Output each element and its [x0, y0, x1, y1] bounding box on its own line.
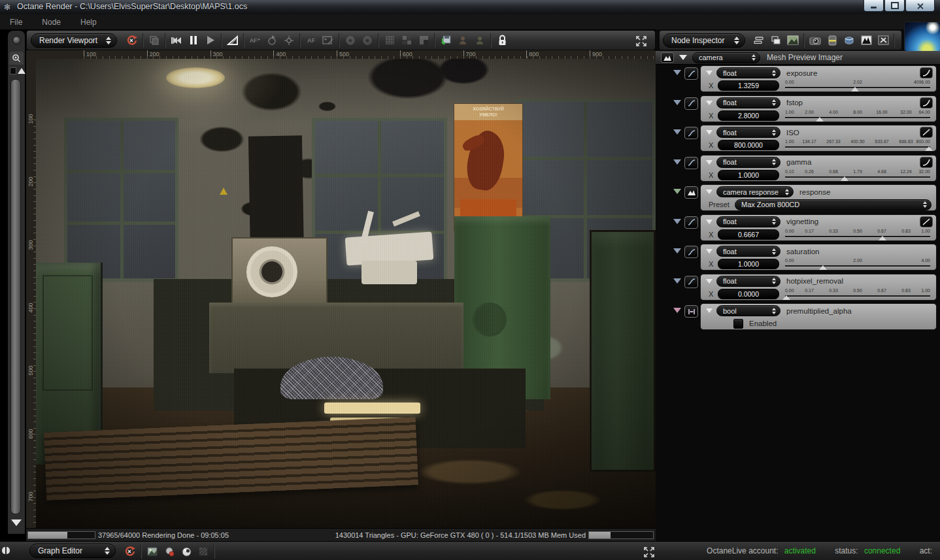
preview-mode-icons[interactable]: [10, 67, 25, 74]
focus-picker-icon[interactable]: [280, 33, 297, 48]
param-slider[interactable]: 0.100.260.681.794.6812.2432.00: [785, 169, 930, 181]
graph-editor-selector[interactable]: Graph Editor: [29, 544, 116, 558]
slider-handle[interactable]: [851, 87, 859, 91]
interpolation-curve-button[interactable]: [920, 216, 933, 227]
subsample-fine-icon[interactable]: [381, 33, 398, 48]
menu-file[interactable]: File: [0, 14, 32, 29]
camera-icon[interactable]: [807, 33, 824, 48]
node-pin-icon[interactable]: [673, 159, 681, 165]
param-type-dropdown[interactable]: float: [716, 97, 781, 108]
node-pin-icon[interactable]: [673, 189, 681, 194]
param-slider[interactable]: 0.002.004.00: [785, 258, 930, 270]
float-node-icon[interactable]: [684, 157, 698, 169]
rail-radio-button[interactable]: [12, 36, 21, 44]
collapse-arrow-icon[interactable]: [679, 55, 687, 60]
menu-help[interactable]: Help: [71, 14, 107, 29]
bool-node-icon[interactable]: [684, 305, 698, 318]
collapse-arrow-icon[interactable]: [706, 71, 713, 75]
interpolation-curve-button[interactable]: [920, 97, 933, 108]
vertical-scrollbar[interactable]: [10, 79, 21, 514]
value-field[interactable]: 1.0000: [718, 259, 779, 269]
param-slider[interactable]: 0.000.170.330.500.670.831.00: [785, 288, 930, 300]
slider-handle[interactable]: [819, 265, 827, 270]
rewind-icon[interactable]: [168, 33, 185, 48]
float-node-icon[interactable]: [684, 216, 698, 229]
node-pin-icon[interactable]: [673, 308, 681, 313]
node-pin-icon[interactable]: [673, 219, 681, 224]
response-node-icon[interactable]: [684, 186, 698, 199]
collapse-arrow-icon[interactable]: [706, 160, 713, 165]
exposure-icon[interactable]: [824, 33, 841, 48]
node-pin-icon[interactable]: [673, 129, 681, 135]
save-image-icon[interactable]: [144, 544, 161, 559]
viewport-selector[interactable]: Render Viewport: [31, 33, 117, 48]
restart-render-icon[interactable]: [122, 544, 139, 559]
compare-a-icon[interactable]: [454, 33, 471, 48]
slider-handle[interactable]: [816, 117, 824, 122]
float-node-icon[interactable]: [684, 67, 698, 80]
param-slider[interactable]: 1.002.004.008.0016.0032.0064.00: [785, 110, 930, 122]
float-node-icon[interactable]: [684, 276, 698, 288]
expand-hierarchy-icon[interactable]: [767, 33, 784, 48]
collapse-arrow-icon[interactable]: [706, 189, 713, 194]
value-field[interactable]: 1.0000: [718, 170, 779, 180]
autofocus-add-icon[interactable]: AF⁺: [246, 33, 263, 48]
title-bar[interactable]: ✻ Octane Render - C:\Users\ElvisSuperSta…: [0, 0, 940, 15]
slider-handle[interactable]: [782, 295, 790, 300]
slider-handle[interactable]: [925, 146, 933, 151]
slider-handle[interactable]: [879, 236, 886, 240]
preview-image-icon[interactable]: [784, 33, 801, 48]
subsample-half-icon[interactable]: [415, 33, 432, 48]
play-icon[interactable]: [202, 33, 219, 48]
restore-button[interactable]: [884, 0, 905, 12]
expand-viewport-icon[interactable]: [633, 33, 650, 49]
material-picker-icon[interactable]: [161, 544, 178, 559]
collapse-arrow-icon[interactable]: [706, 308, 713, 313]
texture-preview-icon[interactable]: [195, 544, 212, 559]
param-slider[interactable]: 0.000.170.330.500.670.831.00: [785, 229, 930, 240]
close-button[interactable]: [905, 0, 935, 12]
preset-dropdown[interactable]: Max Zoom 800CD: [735, 199, 932, 210]
float-node-icon[interactable]: [684, 127, 698, 139]
zoom-tool-icon[interactable]: [9, 52, 24, 65]
value-field[interactable]: 800.0000: [718, 140, 779, 150]
menu-node[interactable]: Node: [32, 14, 71, 29]
param-type-dropdown[interactable]: float: [716, 216, 781, 227]
param-type-dropdown[interactable]: float: [716, 127, 781, 138]
film-settings-icon[interactable]: [841, 33, 858, 48]
render-settings-icon[interactable]: [875, 33, 892, 48]
pause-icon[interactable]: [185, 33, 202, 48]
param-type-dropdown[interactable]: float: [716, 246, 781, 257]
render-disc-a-icon[interactable]: [342, 33, 359, 48]
collapse-arrow-icon[interactable]: [706, 220, 713, 224]
lock-image-icon[interactable]: [494, 33, 511, 48]
interpolation-curve-button[interactable]: [920, 157, 933, 168]
node-pin-icon[interactable]: [673, 278, 681, 284]
preview-sphere-icon[interactable]: [178, 544, 195, 559]
enabled-checkbox[interactable]: [733, 319, 743, 329]
param-type-dropdown[interactable]: float: [716, 67, 781, 78]
refocus-icon[interactable]: [263, 33, 280, 48]
expand-graph-icon[interactable]: [641, 544, 658, 560]
autofocus-icon[interactable]: AF: [303, 33, 320, 48]
film-gamma-icon[interactable]: [224, 33, 241, 48]
imager-node-icon[interactable]: [661, 52, 674, 63]
collapse-arrow-icon[interactable]: [706, 249, 713, 254]
save-render-icon[interactable]: [437, 33, 454, 48]
node-pin-icon[interactable]: [673, 248, 681, 254]
float-node-icon[interactable]: [684, 246, 698, 258]
value-field[interactable]: 2.8000: [718, 110, 779, 121]
render-disc-b-icon[interactable]: [359, 33, 376, 48]
collapse-arrow-icon[interactable]: [706, 101, 713, 105]
copy-image-icon[interactable]: [146, 33, 163, 48]
param-type-dropdown[interactable]: camera response: [716, 186, 794, 197]
param-slider[interactable]: 1.00134.17267.33400.50533.67666.83800.00: [785, 139, 930, 151]
param-slider[interactable]: 0.002.024096.00: [785, 80, 930, 91]
node-pin-icon[interactable]: [673, 70, 681, 75]
slider-handle[interactable]: [841, 176, 848, 181]
interpolation-curve-button[interactable]: [920, 67, 933, 78]
param-type-dropdown[interactable]: float: [716, 276, 781, 287]
minimize-button[interactable]: [864, 0, 884, 12]
value-field[interactable]: 0.0000: [718, 289, 779, 299]
value-field[interactable]: 1.3259: [718, 80, 779, 91]
